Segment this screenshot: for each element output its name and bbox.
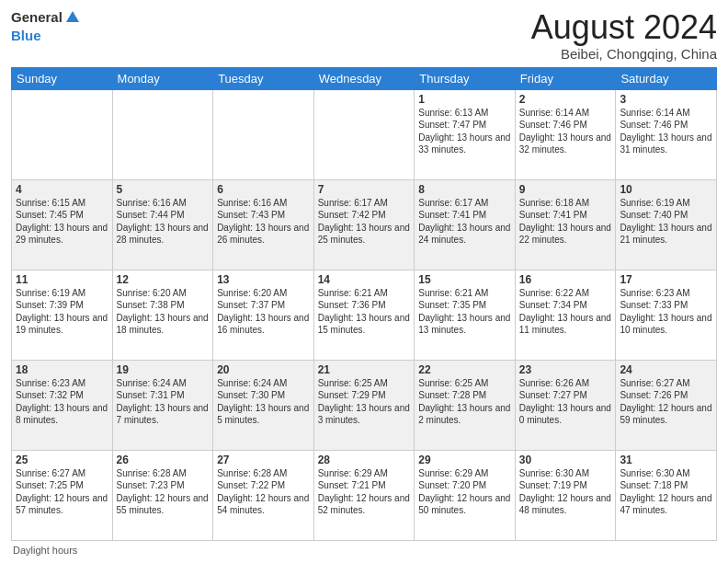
day-number: 24 (620, 363, 712, 376)
day-number: 1 (418, 93, 511, 106)
day-number: 17 (620, 273, 712, 286)
day-info: Sunrise: 6:14 AM Sunset: 7:46 PM Dayligh… (620, 107, 712, 156)
col-header-sunday: Sunday (12, 67, 113, 89)
day-info: Sunrise: 6:20 AM Sunset: 7:38 PM Dayligh… (117, 287, 210, 337)
calendar-cell: 12Sunrise: 6:20 AM Sunset: 7:38 PM Dayli… (112, 270, 213, 360)
day-info: Sunrise: 6:25 AM Sunset: 7:29 PM Dayligh… (318, 377, 411, 427)
calendar-cell: 9Sunrise: 6:18 AM Sunset: 7:41 PM Daylig… (515, 179, 616, 270)
footer-note: Daylight hours (11, 545, 717, 556)
day-number: 31 (620, 454, 712, 466)
day-info: Sunrise: 6:30 AM Sunset: 7:18 PM Dayligh… (620, 467, 712, 517)
month-year-title: August 2024 (531, 9, 717, 46)
calendar-cell: 17Sunrise: 6:23 AM Sunset: 7:33 PM Dayli… (616, 270, 717, 360)
day-number: 26 (117, 454, 210, 466)
col-header-wednesday: Wednesday (313, 67, 415, 89)
day-info: Sunrise: 6:25 AM Sunset: 7:28 PM Dayligh… (418, 377, 511, 427)
calendar-table: SundayMondayTuesdayWednesdayThursdayFrid… (11, 67, 717, 541)
day-number: 3 (620, 93, 712, 106)
day-info: Sunrise: 6:29 AM Sunset: 7:20 PM Dayligh… (418, 467, 511, 517)
calendar-cell: 8Sunrise: 6:17 AM Sunset: 7:41 PM Daylig… (415, 179, 516, 270)
calendar-cell: 6Sunrise: 6:16 AM Sunset: 7:43 PM Daylig… (213, 179, 314, 270)
calendar-cell: 15Sunrise: 6:21 AM Sunset: 7:35 PM Dayli… (415, 270, 516, 360)
day-number: 13 (217, 273, 310, 286)
logo-icon (64, 9, 81, 26)
day-info: Sunrise: 6:21 AM Sunset: 7:36 PM Dayligh… (318, 287, 411, 337)
calendar-cell: 26Sunrise: 6:28 AM Sunset: 7:23 PM Dayli… (112, 450, 213, 540)
day-number: 12 (117, 273, 210, 286)
day-info: Sunrise: 6:13 AM Sunset: 7:47 PM Dayligh… (418, 107, 511, 156)
calendar-cell: 3Sunrise: 6:14 AM Sunset: 7:46 PM Daylig… (616, 89, 717, 179)
calendar-week-row: 1Sunrise: 6:13 AM Sunset: 7:47 PM Daylig… (12, 89, 717, 179)
day-info: Sunrise: 6:23 AM Sunset: 7:33 PM Dayligh… (620, 287, 712, 337)
day-number: 10 (620, 183, 712, 196)
calendar-cell: 21Sunrise: 6:25 AM Sunset: 7:29 PM Dayli… (313, 360, 415, 450)
day-number: 15 (418, 273, 511, 286)
day-info: Sunrise: 6:28 AM Sunset: 7:23 PM Dayligh… (117, 467, 210, 517)
calendar-cell: 30Sunrise: 6:30 AM Sunset: 7:19 PM Dayli… (515, 450, 616, 540)
calendar-cell (213, 89, 314, 179)
calendar-cell (112, 89, 213, 179)
day-number: 21 (318, 363, 411, 376)
svg-marker-0 (66, 11, 79, 22)
calendar-cell: 25Sunrise: 6:27 AM Sunset: 7:25 PM Dayli… (12, 450, 113, 540)
day-info: Sunrise: 6:17 AM Sunset: 7:41 PM Dayligh… (418, 197, 511, 247)
day-number: 27 (217, 454, 310, 466)
location-title: Beibei, Chongqing, China (531, 46, 717, 62)
day-info: Sunrise: 6:23 AM Sunset: 7:32 PM Dayligh… (16, 377, 108, 427)
day-number: 19 (117, 363, 210, 376)
col-header-monday: Monday (112, 67, 213, 89)
day-number: 4 (16, 183, 108, 196)
calendar-cell: 27Sunrise: 6:28 AM Sunset: 7:22 PM Dayli… (213, 450, 314, 540)
calendar-week-row: 4Sunrise: 6:15 AM Sunset: 7:45 PM Daylig… (12, 179, 717, 270)
calendar-week-row: 11Sunrise: 6:19 AM Sunset: 7:39 PM Dayli… (12, 270, 717, 360)
day-number: 29 (418, 454, 511, 466)
calendar-cell: 19Sunrise: 6:24 AM Sunset: 7:31 PM Dayli… (112, 360, 213, 450)
col-header-saturday: Saturday (616, 67, 717, 89)
calendar-cell: 28Sunrise: 6:29 AM Sunset: 7:21 PM Dayli… (313, 450, 415, 540)
calendar-cell: 2Sunrise: 6:14 AM Sunset: 7:46 PM Daylig… (515, 89, 616, 179)
title-area: August 2024 Beibei, Chongqing, China (531, 9, 717, 62)
day-number: 20 (217, 363, 310, 376)
day-number: 6 (217, 183, 310, 196)
day-info: Sunrise: 6:16 AM Sunset: 7:43 PM Dayligh… (217, 197, 310, 247)
day-info: Sunrise: 6:19 AM Sunset: 7:39 PM Dayligh… (16, 287, 108, 337)
day-number: 28 (318, 454, 411, 466)
day-number: 18 (16, 363, 108, 376)
day-number: 14 (318, 273, 411, 286)
day-number: 25 (16, 454, 108, 466)
day-info: Sunrise: 6:15 AM Sunset: 7:45 PM Dayligh… (16, 197, 108, 247)
logo-general-text: General (11, 10, 63, 26)
day-info: Sunrise: 6:16 AM Sunset: 7:44 PM Dayligh… (117, 197, 210, 247)
calendar-header-row: SundayMondayTuesdayWednesdayThursdayFrid… (12, 67, 717, 89)
day-info: Sunrise: 6:28 AM Sunset: 7:22 PM Dayligh… (217, 467, 310, 517)
day-number: 16 (519, 273, 612, 286)
day-info: Sunrise: 6:22 AM Sunset: 7:34 PM Dayligh… (519, 287, 612, 337)
day-info: Sunrise: 6:14 AM Sunset: 7:46 PM Dayligh… (519, 107, 612, 156)
day-info: Sunrise: 6:18 AM Sunset: 7:41 PM Dayligh… (519, 197, 612, 247)
col-header-tuesday: Tuesday (213, 67, 314, 89)
logo: General Blue (11, 9, 81, 45)
calendar-week-row: 18Sunrise: 6:23 AM Sunset: 7:32 PM Dayli… (12, 360, 717, 450)
day-info: Sunrise: 6:26 AM Sunset: 7:27 PM Dayligh… (519, 377, 612, 427)
col-header-friday: Friday (515, 67, 616, 89)
calendar-cell: 24Sunrise: 6:27 AM Sunset: 7:26 PM Dayli… (616, 360, 717, 450)
calendar-cell: 23Sunrise: 6:26 AM Sunset: 7:27 PM Dayli… (515, 360, 616, 450)
calendar-cell: 22Sunrise: 6:25 AM Sunset: 7:28 PM Dayli… (415, 360, 516, 450)
calendar-cell: 18Sunrise: 6:23 AM Sunset: 7:32 PM Dayli… (12, 360, 113, 450)
calendar-cell: 16Sunrise: 6:22 AM Sunset: 7:34 PM Dayli… (515, 270, 616, 360)
calendar-cell: 11Sunrise: 6:19 AM Sunset: 7:39 PM Dayli… (12, 270, 113, 360)
day-info: Sunrise: 6:21 AM Sunset: 7:35 PM Dayligh… (418, 287, 511, 337)
day-info: Sunrise: 6:29 AM Sunset: 7:21 PM Dayligh… (318, 467, 411, 517)
calendar-cell: 10Sunrise: 6:19 AM Sunset: 7:40 PM Dayli… (616, 179, 717, 270)
day-number: 8 (418, 183, 511, 196)
calendar-cell (12, 89, 113, 179)
day-info: Sunrise: 6:24 AM Sunset: 7:31 PM Dayligh… (117, 377, 210, 427)
calendar-cell: 4Sunrise: 6:15 AM Sunset: 7:45 PM Daylig… (12, 179, 113, 270)
day-info: Sunrise: 6:19 AM Sunset: 7:40 PM Dayligh… (620, 197, 712, 247)
day-number: 11 (16, 273, 108, 286)
day-info: Sunrise: 6:20 AM Sunset: 7:37 PM Dayligh… (217, 287, 310, 337)
day-info: Sunrise: 6:17 AM Sunset: 7:42 PM Dayligh… (318, 197, 411, 247)
calendar-cell (313, 89, 415, 179)
calendar-week-row: 25Sunrise: 6:27 AM Sunset: 7:25 PM Dayli… (12, 450, 717, 540)
day-info: Sunrise: 6:27 AM Sunset: 7:26 PM Dayligh… (620, 377, 712, 427)
